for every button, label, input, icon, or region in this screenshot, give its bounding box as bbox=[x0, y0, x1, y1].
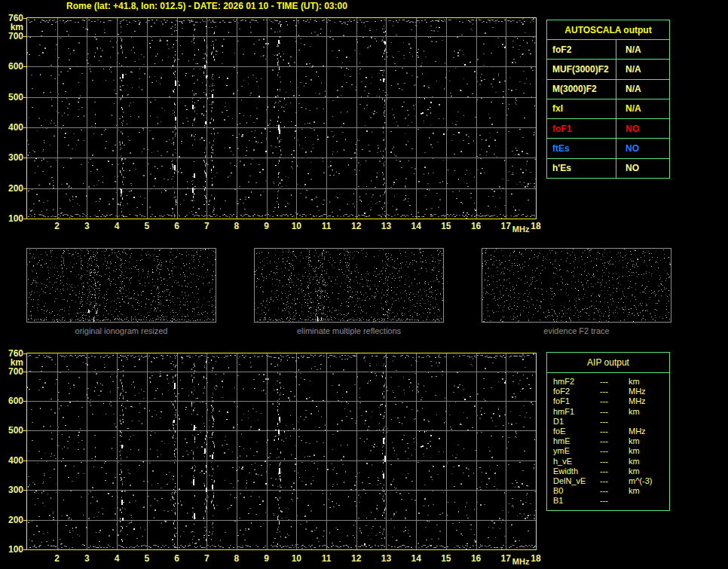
autoscala-row-value: N/A bbox=[616, 80, 669, 99]
x-axis-tick-label: 16 bbox=[466, 221, 487, 231]
x-axis-tick-label: 3 bbox=[76, 221, 97, 231]
aip-row-value: --- bbox=[600, 496, 608, 506]
x-axis-tick-label: 10 bbox=[286, 553, 307, 564]
aip-row: B0---km bbox=[547, 486, 669, 496]
autoscala-row: ftEsNO bbox=[547, 139, 669, 158]
aip-row-label: hmF2 bbox=[553, 377, 574, 387]
aip-row: h_vE---km bbox=[547, 457, 669, 467]
main-ionogram-plot bbox=[26, 17, 537, 219]
x-axis-tick-label: 4 bbox=[106, 221, 127, 231]
aip-row-value: --- bbox=[600, 396, 608, 406]
x-axis-tick-label: 6 bbox=[167, 553, 188, 564]
x-axis-tick-label: 16 bbox=[466, 553, 487, 564]
x-axis-tick-label: 10 bbox=[286, 221, 307, 231]
y-axis-tick-label: 400 bbox=[0, 455, 23, 466]
autoscala-row: h'EsNO bbox=[547, 159, 669, 178]
y-axis-tick bbox=[23, 549, 26, 550]
x-axis-tick-label: 15 bbox=[436, 221, 457, 231]
autoscala-row-label: MUF(3000)F2 bbox=[547, 60, 616, 78]
aip-row-label: foF1 bbox=[553, 396, 570, 406]
x-axis-unit-label: MHz bbox=[510, 556, 531, 567]
aip-row: D1--- bbox=[547, 417, 669, 427]
x-axis-tick-label: 2 bbox=[47, 553, 68, 564]
aip-row: ymE---km bbox=[547, 446, 669, 456]
y-axis-tick bbox=[23, 97, 26, 98]
aip-row-label: hmE bbox=[553, 436, 570, 446]
y-axis-unit-label: km bbox=[0, 357, 23, 368]
y-axis-tick-label: 600 bbox=[0, 61, 23, 72]
autoscala-row-value: NO bbox=[616, 139, 669, 158]
aip-row-value: --- bbox=[600, 377, 608, 387]
y-axis-tick bbox=[23, 430, 26, 431]
thumbnail-box bbox=[482, 248, 671, 323]
autoscala-row-value: NO bbox=[616, 159, 669, 178]
aip-output-table: AIP output hmF2---kmfoF2---MHzfoF1---MHz… bbox=[546, 352, 670, 511]
aip-row-value: --- bbox=[600, 467, 608, 476]
aip-ionogram-canvas bbox=[27, 353, 536, 549]
x-axis-tick-label: 14 bbox=[405, 221, 427, 231]
y-axis-tick bbox=[23, 36, 26, 37]
aip-row: Ewidth---km bbox=[547, 467, 669, 476]
thumbnail-caption: original ionogram resized bbox=[26, 326, 216, 335]
x-axis-tick-label: 2 bbox=[47, 221, 68, 231]
thumbnail-image bbox=[482, 249, 671, 322]
aip-row-label: B0 bbox=[553, 486, 563, 496]
x-axis-tick-label: 11 bbox=[316, 221, 337, 231]
y-axis-tick bbox=[23, 490, 26, 491]
y-axis-tick bbox=[23, 460, 26, 461]
aip-row-label: foE bbox=[553, 427, 566, 436]
y-axis-tick bbox=[23, 66, 26, 67]
autoscala-row-label: h'Es bbox=[547, 159, 616, 178]
autoscala-row-value: NO bbox=[616, 119, 669, 138]
y-axis-tick bbox=[23, 520, 26, 521]
aip-row: foF2---MHz bbox=[547, 387, 669, 396]
x-axis-tick-label: 7 bbox=[196, 553, 217, 564]
aip-row-value: --- bbox=[600, 436, 608, 446]
aip-row-unit: km bbox=[629, 486, 640, 496]
aip-row-label: DelN_vE bbox=[553, 476, 586, 486]
y-axis-tick-label: 200 bbox=[0, 515, 23, 525]
autoscala-row-label: ftEs bbox=[547, 139, 616, 158]
aip-row-label: h_vE bbox=[553, 457, 572, 467]
thumbnail-caption: evidence F2 trace bbox=[482, 326, 671, 335]
x-axis-tick-label: 7 bbox=[196, 221, 217, 231]
aip-row-label: foF2 bbox=[553, 387, 570, 396]
thumbnail-image bbox=[27, 249, 216, 322]
aip-row-unit: km bbox=[629, 436, 640, 446]
y-axis-tick bbox=[23, 372, 26, 372]
aip-row-value: --- bbox=[600, 407, 608, 417]
autoscala-table-body: foF2N/AMUF(3000)F2N/AM(3000)F2N/AfxIN/Af… bbox=[547, 40, 669, 178]
autoscala-row: MUF(3000)F2N/A bbox=[547, 60, 669, 79]
aip-row-unit: km bbox=[629, 407, 640, 417]
thumbnail-caption: eliminate multiple reflections bbox=[254, 326, 444, 335]
x-axis-tick-label: 9 bbox=[256, 553, 277, 564]
y-axis-tick-label: 700 bbox=[0, 31, 23, 41]
aip-row: hmF1---km bbox=[547, 407, 669, 417]
autoscala-row-label: foF2 bbox=[547, 40, 616, 59]
aip-row: foE---MHz bbox=[547, 427, 669, 436]
thumbnail-box bbox=[254, 248, 444, 323]
x-axis-tick-label: 5 bbox=[136, 553, 158, 564]
aip-row-unit: km bbox=[629, 457, 640, 467]
x-axis-tick-label: 13 bbox=[375, 553, 396, 564]
y-axis-tick bbox=[23, 158, 26, 158]
aip-row-value: --- bbox=[600, 427, 608, 436]
autoscala-row-value: N/A bbox=[616, 40, 669, 59]
page-title: Rome (lat: +41.8, lon: 012.5) - DATE: 20… bbox=[66, 1, 347, 11]
autoscala-row-value: N/A bbox=[616, 99, 669, 118]
autoscala-output-table: AUTOSCALA output foF2N/AMUF(3000)F2N/AM(… bbox=[546, 20, 670, 179]
autoscala-row: M(3000)F2N/A bbox=[547, 80, 669, 99]
aip-row-unit: MHz bbox=[629, 427, 646, 436]
aip-row: DelN_vE---m^(-3) bbox=[547, 476, 669, 486]
y-axis-unit-label: km bbox=[0, 22, 23, 32]
autoscala-row-value: N/A bbox=[616, 60, 669, 78]
x-axis-tick-label: 3 bbox=[76, 553, 97, 564]
aip-row-unit: km bbox=[629, 377, 640, 387]
aip-row-value: --- bbox=[600, 417, 608, 427]
y-axis-tick-label: 500 bbox=[0, 92, 23, 102]
thumbnail-image bbox=[255, 249, 443, 322]
aip-row-label: D1 bbox=[553, 417, 564, 427]
autoscala-row: foF1NO bbox=[547, 119, 669, 139]
x-axis-tick-label: 15 bbox=[436, 553, 457, 564]
x-axis-tick-label: 4 bbox=[106, 553, 127, 564]
